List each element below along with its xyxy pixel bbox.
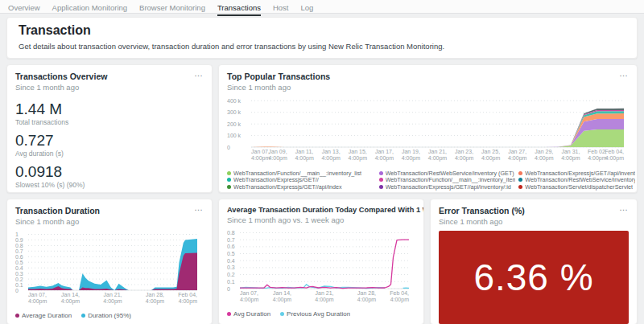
transaction-duration-chart: 00.10.20.30.40.50.60.70.80.91Jan 07,4:00… <box>15 229 204 306</box>
dashboard-row-2: Transaction Duration Since 1 month ago …… <box>6 199 638 324</box>
legend-label: Duration (95%) <box>88 312 131 319</box>
legend-item[interactable]: WebTransaction/Function/__main__:invento… <box>227 170 376 177</box>
legend-item[interactable]: WebTransaction/Expressjs/GET//api/invent… <box>518 170 635 177</box>
legend-dot-icon <box>227 171 231 175</box>
svg-text:0.4: 0.4 <box>15 265 23 271</box>
avg-duration-compare-chart: 00.10.20.30.40.50.60.70.8Jan 07,4:00pmJa… <box>227 228 415 305</box>
metric-label: Slowest 10% (s) (90%) <box>15 181 204 189</box>
ellipsis-menu-icon[interactable]: … <box>619 68 629 78</box>
ellipsis-menu-icon[interactable]: … <box>619 203 629 212</box>
legend-item[interactable]: WebTransaction/Function/__main__:invento… <box>379 177 516 184</box>
metric: 0.727Avg duration (s) <box>15 132 204 158</box>
svg-text:0.3: 0.3 <box>227 265 235 270</box>
svg-text:Jan 23,4:00pm: Jan 23,4:00pm <box>455 149 474 162</box>
svg-text:Jan 21,4:00pm: Jan 21,4:00pm <box>103 292 122 305</box>
legend-item[interactable]: WebTransaction/Expressjs/GET//api/index <box>227 183 376 191</box>
legend-dot-icon <box>280 312 284 316</box>
legend-item[interactable]: WebTransaction/Expressjs/GET//api/invent… <box>379 183 516 191</box>
svg-text:0.6: 0.6 <box>227 244 235 249</box>
dashboard-row-1: Transactions Overview Since 1 month ago … <box>6 64 638 193</box>
tab-host[interactable]: Host <box>273 3 289 16</box>
ellipsis-menu-icon[interactable]: … <box>406 203 415 212</box>
legend-item[interactable]: WebTransaction/Expressjs/GET// <box>227 177 376 184</box>
overview-metrics: 1.44 MTotal transactions0.727Avg duratio… <box>15 100 204 193</box>
legend-label: WebTransaction/Expressjs/GET//api/invent… <box>525 170 635 177</box>
error-percentage-value: 6.36 % <box>473 256 593 299</box>
svg-text:0.2: 0.2 <box>227 272 235 277</box>
svg-text:Jan 07,4:00pm: Jan 07,4:00pm <box>28 292 47 305</box>
legend-item[interactable]: Average Duration <box>15 312 72 319</box>
card-subtitle: Since 1 month ago <box>439 217 629 226</box>
card-title: Top Popular Transactions <box>227 72 629 81</box>
legend-column: WebTransaction/RestWebService/inventory … <box>379 170 516 193</box>
svg-text:Jan 14,4:00pm: Jan 14,4:00pm <box>273 290 292 303</box>
card-transactions-overview: Transactions Overview Since 1 month ago … <box>6 64 213 193</box>
legend-item[interactable]: Avg Duration <box>227 310 270 318</box>
metric: 0.0918Slowest 10% (s) (90%) <box>15 163 204 189</box>
avg-compare-legend: Avg DurationPrevious Avg Duration <box>227 310 415 318</box>
card-top-popular-transactions: Top Popular Transactions Since 1 month a… <box>218 64 638 193</box>
svg-text:Jan 25,4:00pm: Jan 25,4:00pm <box>481 149 501 162</box>
svg-text:0.1: 0.1 <box>227 279 235 285</box>
tab-log[interactable]: Log <box>301 3 314 16</box>
metric: 1.44 MTotal transactions <box>15 100 204 126</box>
card-subtitle: Since 1 month ago <box>227 83 629 92</box>
svg-text:0.5: 0.5 <box>227 251 235 256</box>
svg-text:0: 0 <box>15 288 19 293</box>
ellipsis-menu-icon[interactable]: … <box>194 68 204 78</box>
top-popular-chart: 0100 k200 k300 k400 kJan 07,4:00pmJan 09… <box>227 95 629 164</box>
legend-item[interactable]: OtherTransaction/Initializer/ServletCont… <box>227 191 376 193</box>
svg-text:Jan 07,4:00pm: Jan 07,4:00pm <box>251 149 270 162</box>
tab-transactions[interactable]: Transactions <box>217 3 261 16</box>
svg-text:Jan 28,4:00pm: Jan 28,4:00pm <box>357 290 377 303</box>
svg-text:0.8: 0.8 <box>15 243 23 248</box>
page-header: Transaction Get details about transactio… <box>6 17 638 59</box>
duration-legend: Average DurationDuration (95%) <box>15 312 204 319</box>
svg-text:Jan 21,4:00pm: Jan 21,4:00pm <box>315 290 334 303</box>
svg-text:Jan 27,4:00pm: Jan 27,4:00pm <box>508 149 527 162</box>
card-title: Error Transaction (%) <box>439 206 629 215</box>
svg-text:Jan 19,4:00pm: Jan 19,4:00pm <box>402 149 421 162</box>
tab-browser-monitoring[interactable]: Browser Monitoring <box>139 3 205 16</box>
legend-item[interactable]: WebTransaction/RestWebService/inventory … <box>379 170 516 177</box>
legend-column: WebTransaction/Expressjs/GET//api/invent… <box>518 170 635 193</box>
legend-item[interactable]: Previous Avg Duration <box>280 310 350 318</box>
legend-dot-icon <box>15 314 19 318</box>
card-transaction-duration: Transaction Duration Since 1 month ago …… <box>6 199 213 324</box>
legend-label: WebTransaction/Expressjs/GET// <box>233 177 319 184</box>
legend-label: OtherTransaction/Initializer/ServletCont… <box>233 191 376 193</box>
top-popular-legend: WebTransaction/Function/__main__:invento… <box>227 170 629 193</box>
legend-dot-icon <box>379 171 383 175</box>
tab-application-monitoring[interactable]: Application Monitoring <box>52 3 127 16</box>
card-title: Transactions Overview <box>15 72 204 81</box>
metric-label: Avg duration (s) <box>15 150 204 158</box>
svg-text:Jan 07,4:00pm: Jan 07,4:00pm <box>240 290 259 303</box>
legend-dot-icon <box>227 178 231 182</box>
card-title: Transaction Duration <box>15 206 204 215</box>
legend-item[interactable]: WebTransaction/Servlet/dispatcherServlet <box>518 183 635 191</box>
ellipsis-menu-icon[interactable]: … <box>194 203 204 212</box>
legend-label: WebTransaction/Function/__main__:invento… <box>386 177 516 184</box>
duration-chart-wrap: 00.10.20.30.40.50.60.70.80.91Jan 07,4:00… <box>15 229 204 319</box>
card-subtitle: Since 1 month ago vs. 1 week ago <box>227 215 415 224</box>
svg-text:0.7: 0.7 <box>227 237 235 243</box>
top-popular-chart-wrap: 0100 k200 k300 k400 kJan 07,4:00pmJan 09… <box>227 95 629 193</box>
legend-label: WebTransaction/RestWebService/inventory … <box>386 170 514 177</box>
metric-value: 0.727 <box>15 132 204 149</box>
svg-text:0: 0 <box>227 286 230 292</box>
svg-text:0.8: 0.8 <box>227 230 235 236</box>
svg-text:Jan 17,4:00pm: Jan 17,4:00pm <box>375 149 394 162</box>
svg-text:400 k: 400 k <box>227 98 242 104</box>
card-subtitle: Since 1 month ago <box>15 83 204 92</box>
legend-label: WebTransaction/Expressjs/GET//api/invent… <box>386 183 511 191</box>
top-nav: OverviewApplication MonitoringBrowser Mo… <box>0 0 644 14</box>
legend-item[interactable]: WebTransaction/RestWebService/inventory/… <box>518 177 635 184</box>
svg-text:0.7: 0.7 <box>15 248 23 254</box>
tab-overview[interactable]: Overview <box>8 3 40 16</box>
legend-item[interactable]: Duration (95%) <box>81 312 131 319</box>
svg-text:0.6: 0.6 <box>15 254 23 260</box>
legend-dot-icon <box>518 185 522 189</box>
svg-text:0.9: 0.9 <box>15 237 23 243</box>
svg-text:Jan 09,4:00pm: Jan 09,4:00pm <box>268 149 287 162</box>
legend-label: Previous Avg Duration <box>287 310 350 318</box>
